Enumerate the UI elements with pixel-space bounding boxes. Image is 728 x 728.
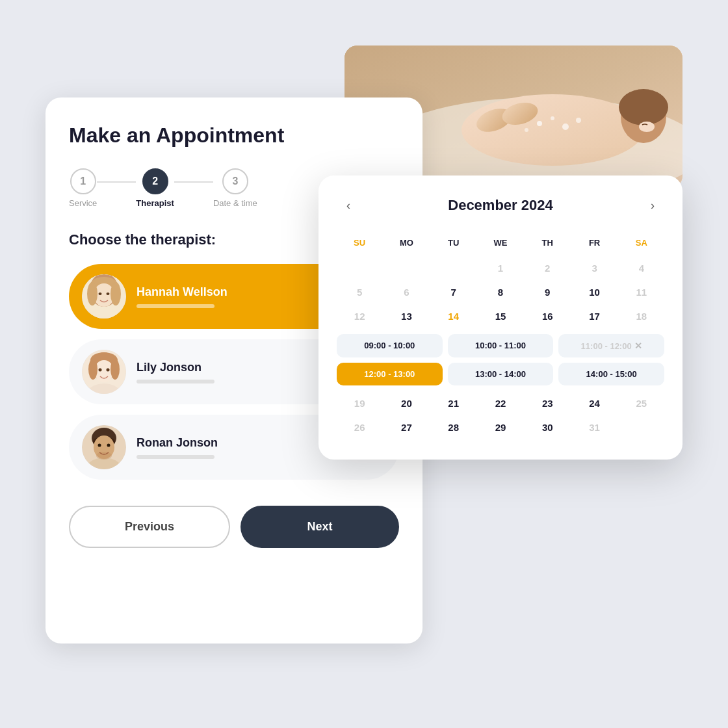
previous-button[interactable]: Previous — [69, 506, 230, 548]
day-17[interactable]: 17 — [571, 305, 617, 328]
svg-point-9 — [562, 124, 569, 130]
day-5: 5 — [337, 281, 382, 304]
step-line-1 — [97, 181, 136, 183]
svg-point-20 — [110, 282, 121, 306]
day-27[interactable]: 27 — [384, 416, 429, 439]
day-14[interactable]: 14 — [431, 305, 476, 328]
calendar-card: ‹ December 2024 › SU MO TU WE TH FR SA 1… — [318, 176, 682, 460]
avatar-ronan — [82, 425, 126, 469]
calendar-prev-button[interactable]: ‹ — [337, 194, 360, 217]
day-w1-we: 1 — [478, 257, 523, 280]
bottom-buttons: Previous Next — [69, 506, 399, 548]
day-22[interactable]: 22 — [478, 392, 523, 415]
day-11: 11 — [619, 281, 664, 304]
svg-point-7 — [537, 121, 542, 126]
day-25: 25 — [619, 392, 664, 415]
svg-point-12 — [639, 122, 655, 132]
dow-we: WE — [478, 233, 523, 253]
dow-th: TH — [525, 233, 570, 253]
avatar-hannah — [82, 274, 126, 318]
day-7[interactable]: 7 — [431, 281, 476, 304]
time-slots: 09:00 - 10:00 10:00 - 11:00 11:00 - 12:0… — [337, 332, 664, 388]
rating-bar-hannah — [136, 304, 214, 308]
dow-mo: MO — [384, 233, 429, 253]
day-8[interactable]: 8 — [478, 281, 523, 304]
step-3: 3 Date & time — [213, 168, 257, 208]
svg-point-4 — [619, 89, 668, 125]
day-29[interactable]: 29 — [478, 416, 523, 439]
calendar-next-button[interactable]: › — [641, 194, 664, 217]
rating-bar-lily — [136, 380, 214, 384]
day-13[interactable]: 13 — [384, 305, 429, 328]
day-18: 18 — [619, 305, 664, 328]
step-3-label: Date & time — [213, 198, 257, 208]
day-10[interactable]: 10 — [571, 281, 617, 304]
day-28[interactable]: 28 — [431, 416, 476, 439]
slot-14-15[interactable]: 14:00 - 15:00 — [558, 363, 664, 385]
day-16[interactable]: 16 — [525, 305, 570, 328]
svg-point-19 — [87, 282, 98, 306]
day-w1-su — [337, 257, 382, 280]
day-9[interactable]: 9 — [525, 281, 570, 304]
svg-point-29 — [88, 359, 98, 380]
step-1: 1 Service — [69, 168, 97, 208]
day-30[interactable]: 30 — [525, 416, 570, 439]
step-2-label: Therapist — [136, 198, 174, 208]
svg-point-21 — [99, 292, 102, 295]
page-title: Make an Appointment — [69, 124, 399, 148]
day-23[interactable]: 23 — [525, 392, 570, 415]
slot-12-13[interactable]: 12:00 - 13:00 — [337, 363, 443, 385]
svg-point-39 — [96, 452, 112, 460]
slot-10-11[interactable]: 10:00 - 11:00 — [448, 334, 554, 358]
next-button[interactable]: Next — [240, 506, 399, 548]
step-2-circle: 2 — [142, 168, 168, 194]
day-w1-fr: 3 — [571, 257, 617, 280]
svg-point-10 — [525, 128, 528, 132]
svg-point-11 — [576, 118, 581, 123]
day-15[interactable]: 15 — [478, 305, 523, 328]
svg-point-40 — [98, 444, 101, 447]
day-w1-tu — [431, 257, 476, 280]
day-31: 31 — [571, 416, 617, 439]
day-w1-th: 2 — [525, 257, 570, 280]
dow-tu: TU — [431, 233, 476, 253]
svg-point-8 — [551, 116, 554, 120]
step-3-circle: 3 — [222, 168, 248, 194]
day-12: 12 — [337, 305, 382, 328]
slot-11-12: 11:00 - 12:00 ✕ — [558, 334, 664, 358]
day-24[interactable]: 24 — [571, 392, 617, 415]
day-26: 26 — [337, 416, 382, 439]
dow-fr: FR — [571, 233, 617, 253]
svg-point-32 — [107, 369, 110, 372]
step-2: 2 Therapist — [136, 168, 174, 208]
avatar-lily — [82, 350, 126, 394]
x-icon: ✕ — [634, 341, 642, 351]
svg-point-41 — [107, 444, 110, 447]
rating-bar-ronan — [136, 455, 214, 459]
day-19: 19 — [337, 392, 382, 415]
svg-point-22 — [107, 292, 110, 295]
calendar-title: December 2024 — [448, 197, 552, 214]
day-w1-mo — [384, 257, 429, 280]
svg-point-31 — [99, 369, 102, 372]
step-1-circle: 1 — [70, 168, 96, 194]
day-empty-end — [619, 416, 664, 439]
dow-sa: SA — [619, 233, 664, 253]
step-1-label: Service — [69, 198, 97, 208]
step-line-2 — [174, 181, 213, 183]
day-21[interactable]: 21 — [431, 392, 476, 415]
calendar-grid: SU MO TU WE TH FR SA 1 2 3 4 5 6 7 8 9 1… — [337, 233, 664, 439]
slot-13-14[interactable]: 13:00 - 14:00 — [448, 363, 554, 385]
svg-point-30 — [110, 359, 120, 380]
slot-09-10[interactable]: 09:00 - 10:00 — [337, 334, 443, 358]
dow-su: SU — [337, 233, 382, 253]
day-20[interactable]: 20 — [384, 392, 429, 415]
day-w1-sa: 4 — [619, 257, 664, 280]
day-6: 6 — [384, 281, 429, 304]
calendar-header: ‹ December 2024 › — [337, 194, 664, 217]
